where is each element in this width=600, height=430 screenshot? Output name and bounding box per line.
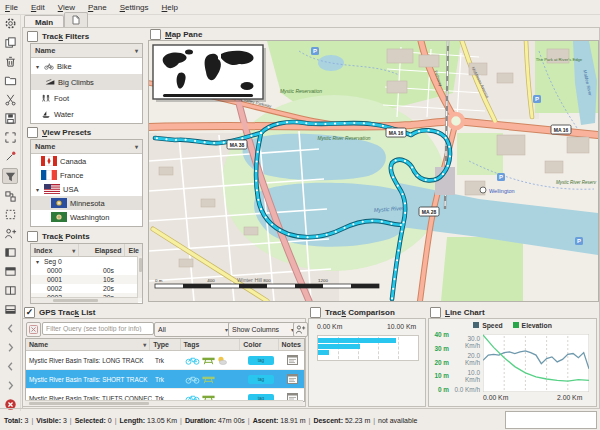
notes-icon[interactable] [287, 374, 298, 384]
panel-columns-icon[interactable] [3, 284, 17, 298]
wand-icon[interactable] [3, 149, 17, 163]
elevation-tick: 30 m [431, 345, 449, 352]
track-row-long[interactable]: Mystic River Basin Trails: LONG TRACK Tr… [26, 351, 304, 370]
save-icon[interactable] [3, 112, 17, 126]
svg-text:P: P [499, 174, 503, 180]
point-elapsed: 00s [80, 267, 114, 274]
track-points-columns[interactable]: Index▾ Elapsed Ele [31, 244, 142, 257]
panel-top-icon[interactable] [3, 265, 17, 279]
panel-left-icon[interactable] [3, 246, 17, 260]
notes-icon[interactable] [287, 355, 298, 365]
view-presets-checkbox[interactable] [27, 127, 38, 138]
expand-right-icon[interactable] [3, 341, 17, 355]
tree-item-label: Water [54, 110, 74, 119]
comparison-chart [317, 335, 419, 361]
track-filters-title: Track Filters [42, 32, 89, 41]
menu-pane[interactable]: Pane [88, 3, 107, 12]
map-pane-checkbox[interactable] [150, 29, 161, 40]
group-icon[interactable] [3, 189, 17, 203]
menu-file[interactable]: File [5, 3, 18, 12]
track-row-short[interactable]: Mystic River Basin Trails: SHORT TRACK T… [26, 370, 304, 389]
col-type: Type [153, 341, 169, 348]
copy-icon[interactable] [3, 36, 17, 50]
world-overview-inset[interactable] [153, 45, 266, 102]
preset-france[interactable]: France [31, 168, 142, 182]
preset-canada[interactable]: Canada [31, 154, 142, 168]
panel-rows-icon[interactable] [3, 303, 17, 317]
horizontal-scrollbar[interactable] [25, 400, 303, 405]
preset-minnesota[interactable]: Minnesota [31, 196, 142, 210]
expander-icon[interactable]: ▾ [34, 186, 41, 193]
filter-icon[interactable] [2, 168, 18, 184]
foot-icon [41, 93, 51, 104]
gear-icon[interactable] [3, 17, 17, 31]
track-filters-box: Name▾ ▾ Bike Big Climbs Foot Water [30, 43, 143, 124]
preset-washington[interactable]: Washington [31, 210, 142, 224]
folder-icon[interactable] [3, 74, 17, 88]
expander-icon[interactable]: ▾ [34, 63, 41, 70]
status-label: Total: [4, 417, 23, 424]
map-pane-header: Map Pane [150, 29, 202, 40]
tree-item-foot[interactable]: Foot [31, 90, 142, 106]
preset-usa[interactable]: ▾ USA [31, 182, 142, 196]
vertical-scrollbar[interactable] [137, 256, 142, 298]
trash-icon[interactable] [3, 55, 17, 69]
gps-track-list-checkbox[interactable]: ✓ [24, 307, 35, 318]
expand-right-icon-2[interactable] [3, 379, 17, 393]
new-tab-button[interactable] [64, 12, 88, 28]
menu-edit[interactable]: Edit [31, 3, 45, 12]
track-filters-column-header[interactable]: Name▾ [31, 44, 142, 58]
gps-table-header[interactable]: Name▾ Type Tags Color Notes [26, 339, 304, 351]
gps-track-list-header: ✓ GPS Track List [24, 307, 95, 318]
point-row-2[interactable]: 0002 20s [31, 284, 142, 293]
status-label: Length: [119, 417, 145, 424]
menu-view[interactable]: View [58, 3, 75, 12]
elevation-tick: 40 m [431, 331, 449, 338]
track-filters-header: Track Filters [27, 31, 89, 42]
status-label: Ascent: [253, 417, 279, 424]
point-index: 0001 [47, 276, 77, 283]
track-comparison-title: Track Comparison [325, 308, 395, 317]
color-swatch[interactable]: tag [248, 356, 274, 365]
cut-icon[interactable] [3, 93, 17, 107]
track-row-tufts[interactable]: Mystic River Basin Trails: TUFTS CONNECT… [26, 389, 304, 408]
chart-legend: Speed Elevation [429, 322, 596, 329]
tree-item-water[interactable]: Water [31, 106, 142, 122]
add-person-button[interactable] [293, 322, 308, 337]
track-filters-checkbox[interactable] [27, 31, 38, 42]
tree-item-bike[interactable]: ▾ Bike [31, 58, 142, 74]
col-tags: Tags [184, 341, 200, 348]
tree-item-big-climbs[interactable]: Big Climbs [31, 74, 142, 90]
svg-text:1200: 1200 [318, 278, 328, 283]
point-row-0[interactable]: 0000 00s [31, 266, 142, 275]
x-min-label: 0.00 Km [483, 394, 508, 401]
show-columns-combo[interactable]: Show Columns▾ [228, 322, 298, 337]
map-view[interactable]: P P P P MA 38 MA 16 MA 16 MA 28 Mystic R… [148, 40, 599, 302]
fit-view-icon[interactable] [3, 131, 17, 145]
add-person-icon[interactable] [3, 227, 17, 241]
status-label: Descent: [313, 417, 343, 424]
filter-query-input[interactable] [42, 322, 154, 335]
track-points-checkbox[interactable] [27, 231, 38, 242]
track-comparison-checkbox[interactable] [310, 307, 321, 318]
clear-filter-button[interactable] [26, 322, 41, 337]
menu-settings[interactable]: Settings [120, 3, 149, 12]
select-region-icon[interactable] [3, 208, 17, 222]
view-presets-column-header[interactable]: Name▾ [31, 140, 142, 154]
label-reservation-right: Mystic River Reserv [556, 180, 597, 185]
collapse-left-icon-2[interactable] [3, 360, 17, 374]
point-row-1[interactable]: 0001 10s [31, 275, 142, 284]
menu-help[interactable]: Help [162, 3, 178, 12]
view-presets-header: View Presets [27, 127, 91, 138]
collapse-left-icon[interactable] [3, 322, 17, 336]
track-name: Mystic River Basin Trails: LONG TRACK [29, 357, 144, 364]
segment-row[interactable]: ▾Seg 0 [31, 257, 142, 266]
water-icon [41, 109, 51, 120]
color-swatch[interactable]: tag [248, 375, 274, 384]
type-filter-combo[interactable]: All▾ [154, 322, 232, 337]
view-presets-box: Name▾ Canada France ▾ USA Minnesota Wash… [30, 139, 143, 227]
label-park-rivers-edge: The Park at River's Edge [536, 57, 583, 62]
line-chart-checkbox[interactable] [430, 307, 441, 318]
climb-icon [45, 77, 55, 87]
horizontal-scrollbar[interactable] [31, 297, 138, 303]
